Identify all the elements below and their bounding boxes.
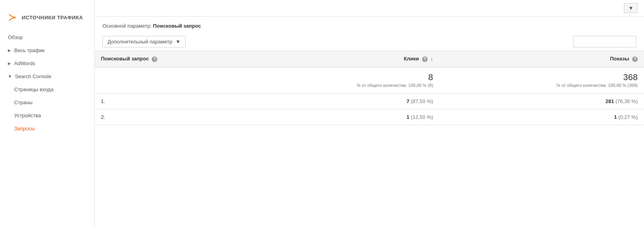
row2-clicks-cell: 1 (12,50 %)	[245, 109, 439, 125]
col-header-clicks: Клики ? ↓	[245, 51, 439, 67]
search-input[interactable]	[573, 36, 636, 47]
top-bar: ▼	[95, 0, 644, 17]
sidebar-item-devices[interactable]: Устройства	[0, 109, 94, 122]
total-clicks-cell: 8 % от общего количества: 100,00 % (8)	[245, 67, 439, 94]
row2-query-cell: 2.	[95, 109, 245, 125]
total-impressions-sub: % от общего количества: 100,00 % (368)	[446, 83, 638, 88]
sidebar-item-all-traffic[interactable]: ▶ Весь трафик	[0, 44, 94, 57]
secondary-dropdown-arrow-icon: ▼	[175, 39, 181, 45]
arrow-icon: ▶	[8, 48, 11, 53]
sort-down-icon: ↓	[430, 56, 433, 62]
col-header-impressions: Показы ?	[439, 51, 644, 67]
sidebar-title: ИСТОЧНИКИ ТРАФИКА	[22, 15, 83, 21]
total-impressions-cell: 368 % от общего количества: 100,00 % (36…	[439, 67, 644, 94]
sidebar-header: ≻ ИСТОЧНИКИ ТРАФИКА	[0, 8, 94, 31]
total-query-cell	[95, 67, 245, 94]
total-clicks-sub: % от общего количества: 100,00 % (8)	[251, 83, 433, 88]
secondary-param-row: Дополнительный параметр ▼	[95, 33, 644, 51]
primary-param-row: Основной параметр: Поисковый запрос	[95, 17, 644, 33]
sidebar-item-landing-pages[interactable]: Страницы входа	[0, 83, 94, 96]
arrow-icon: ▶	[8, 61, 11, 66]
data-table: Поисковый запрос ? Клики ? ↓ Показы ?	[95, 51, 644, 125]
row1-query-cell: 1.	[95, 93, 245, 109]
row2-impressions-cell: 1 (0,27 %)	[439, 109, 644, 125]
sidebar-item-queries[interactable]: Запросы	[0, 122, 94, 135]
sidebar-item-countries[interactable]: Страны	[0, 96, 94, 109]
impressions-help-icon[interactable]: ?	[632, 56, 638, 62]
sidebar-item-overview[interactable]: Обзор	[0, 31, 94, 44]
query-help-icon[interactable]: ?	[152, 56, 157, 62]
primary-param-value: Поисковый запрос	[153, 23, 201, 29]
secondary-dropdown-button[interactable]: Дополнительный параметр ▼	[102, 36, 186, 47]
sidebar-item-search-console[interactable]: ▼ Search Console	[0, 70, 94, 83]
top-dropdown-button[interactable]: ▼	[624, 3, 638, 13]
row1-clicks-cell: 7 (87,50 %)	[245, 93, 439, 109]
primary-param-label: Основной параметр:	[102, 23, 151, 29]
sidebar-item-adwords[interactable]: ▶ AdWords	[0, 57, 94, 70]
total-clicks-main: 8	[251, 72, 433, 83]
table-row: 2. 1 (12,50 %) 1 (0,27 %)	[95, 109, 644, 125]
clicks-help-icon[interactable]: ?	[422, 56, 428, 62]
secondary-dropdown-label: Дополнительный параметр	[108, 39, 172, 45]
sidebar: ≻ ИСТОЧНИКИ ТРАФИКА Обзор ▶ Весь трафик …	[0, 0, 95, 229]
col-header-query: Поисковый запрос ?	[95, 51, 245, 67]
traffic-sources-icon: ≻	[8, 12, 17, 23]
arrow-down-icon: ▼	[8, 74, 12, 79]
row1-impressions-cell: 281 (76,36 %)	[439, 93, 644, 109]
top-dropdown-arrow-icon: ▼	[628, 5, 633, 11]
main-content: ▼ Основной параметр: Поисковый запрос До…	[95, 0, 644, 229]
table-header-row: Поисковый запрос ? Клики ? ↓ Показы ?	[95, 51, 644, 67]
total-impressions-main: 368	[446, 72, 638, 83]
table-total-row: 8 % от общего количества: 100,00 % (8) 3…	[95, 67, 644, 94]
table-row: 1. 7 (87,50 %) 281 (76,36 %)	[95, 93, 644, 109]
